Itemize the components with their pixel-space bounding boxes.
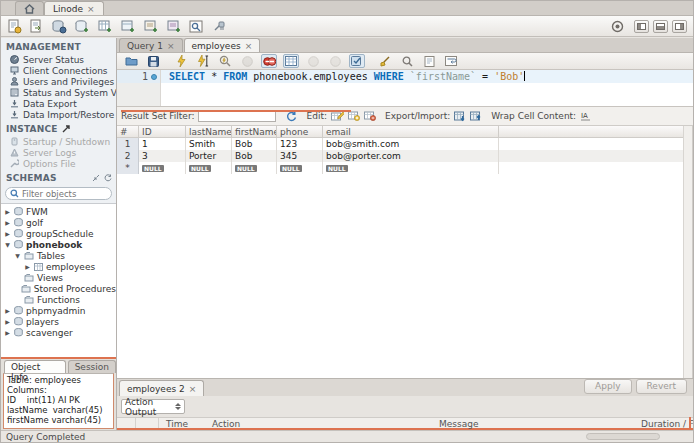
table-row[interactable]: 1 1 Smith Bob 123 bob@smith.com — [117, 138, 692, 150]
tree-node-employees[interactable]: ▶employees — [1, 261, 116, 272]
schema-node-phpmyadmin[interactable]: ▶phpmyadmin — [1, 305, 116, 316]
schema-filter[interactable] — [5, 187, 112, 200]
table-row-new[interactable]: * NULL NULL NULL NULL NULL — [117, 162, 692, 174]
insert-record-icon[interactable] — [348, 111, 360, 121]
null-badge: NULL — [235, 165, 257, 172]
toggle-left-sidebar-button[interactable] — [634, 20, 649, 33]
limit-rows-icon[interactable] — [283, 54, 299, 68]
create-procedure-icon[interactable] — [143, 19, 159, 34]
expand-schemas-icon[interactable] — [92, 174, 100, 182]
output-column-time[interactable]: Time — [166, 419, 188, 429]
schema-node-fwm[interactable]: ▶FWM — [1, 206, 116, 217]
vertical-scrollbar[interactable] — [683, 126, 692, 378]
column-header-phone[interactable]: phone — [277, 126, 323, 138]
close-icon[interactable]: × — [167, 41, 175, 51]
connection-tab-linode[interactable]: Linode × — [44, 1, 104, 15]
sidebar-item-status-system-variables[interactable]: Status and System Variable — [1, 87, 116, 98]
tab-query-1[interactable]: Query 1 × — [119, 38, 183, 52]
schema-node-golf[interactable]: ▶golf — [1, 217, 116, 228]
output-type-select[interactable]: Action Output — [121, 399, 185, 414]
output-selector-bar: Action Output — [117, 396, 693, 417]
sidebar-item-users-privileges[interactable]: Users and Privileges — [1, 76, 116, 87]
execute-current-icon[interactable] — [195, 54, 211, 68]
column-header-email[interactable]: email — [323, 126, 499, 138]
schema-node-scavenger[interactable]: ▶scavenger — [1, 327, 116, 338]
open-sql-script-icon[interactable] — [29, 19, 44, 34]
autocommit-icon[interactable] — [349, 54, 365, 68]
create-view-icon[interactable] — [120, 19, 136, 34]
tab-object-info[interactable]: Object Info — [4, 360, 66, 373]
wrap-cell-icon[interactable]: IA — [580, 111, 592, 121]
tree-node-functions[interactable]: Functions — [1, 294, 116, 305]
commit-icon[interactable] — [305, 54, 321, 68]
schema-icon — [14, 306, 23, 315]
sidebar-item-server-logs[interactable]: Server Logs — [1, 147, 116, 158]
preferences-icon[interactable] — [611, 20, 624, 33]
schemas-section-title: SCHEMAS — [1, 169, 116, 185]
rollback-icon[interactable] — [327, 54, 343, 68]
instance-actions-icon[interactable] — [62, 125, 70, 133]
column-header-lastname[interactable]: lastName — [186, 126, 232, 138]
refresh-schemas-icon[interactable] — [104, 174, 112, 182]
sidebar-item-server-status[interactable]: Server Status — [1, 54, 116, 65]
close-icon[interactable]: × — [189, 384, 197, 394]
output-header-resize-handle[interactable] — [689, 417, 691, 430]
output-column-action[interactable]: Action — [212, 419, 240, 429]
apply-button[interactable]: Apply — [584, 379, 631, 394]
schema-filter-input[interactable] — [22, 189, 102, 199]
tree-node-stored-procedures[interactable]: Stored Procedures — [1, 283, 116, 294]
wrap-text-icon[interactable] — [443, 54, 459, 68]
connection-tab-bar: Linode × — [1, 1, 693, 16]
create-schema-icon[interactable] — [74, 19, 90, 34]
new-sql-tab-icon[interactable] — [7, 19, 22, 34]
import-icon[interactable] — [470, 111, 482, 122]
tree-node-tables[interactable]: ▼Tables — [1, 250, 116, 261]
sidebar-item-data-import[interactable]: Data Import/Restore — [1, 109, 116, 120]
search-data-icon[interactable] — [189, 19, 205, 34]
create-function-icon[interactable] — [166, 19, 182, 34]
schema-node-phonebook[interactable]: ▼phonebook — [1, 239, 116, 250]
stop-icon[interactable] — [239, 54, 255, 68]
close-icon[interactable]: × — [245, 41, 253, 51]
column-header-firstname[interactable]: firstName — [232, 126, 277, 138]
tab-session[interactable]: Session — [68, 360, 116, 373]
toggle-bottom-panel-button[interactable] — [653, 20, 668, 33]
schema-node-groupschedule[interactable]: ▶groupSchedule — [1, 228, 116, 239]
sidebar-item-client-connections[interactable]: Client Connections — [1, 65, 116, 76]
open-file-icon[interactable] — [123, 54, 139, 68]
beautify-icon[interactable] — [377, 54, 393, 68]
sidebar-item-options-file[interactable]: Options File — [1, 158, 116, 169]
execute-icon[interactable] — [173, 54, 189, 68]
schema-icon — [14, 317, 23, 326]
export-icon[interactable] — [454, 111, 466, 122]
sql-code-editor[interactable]: 1 SELECT * FROM phonebook.employees WHER… — [117, 70, 693, 107]
delete-record-icon[interactable] — [364, 111, 376, 121]
reconnect-icon[interactable] — [212, 19, 227, 34]
save-icon[interactable] — [145, 54, 161, 68]
invisible-characters-icon[interactable] — [421, 54, 437, 68]
home-tab[interactable] — [15, 1, 44, 15]
create-table-icon[interactable] — [97, 19, 113, 34]
find-icon[interactable] — [399, 54, 415, 68]
refresh-icon[interactable] — [286, 111, 297, 122]
column-header-id[interactable]: ID — [139, 126, 186, 138]
inspector-icon[interactable] — [51, 19, 67, 34]
toggle-right-sidebar-button[interactable] — [672, 20, 687, 33]
sidebar-item-data-export[interactable]: Data Export — [1, 98, 116, 109]
tab-employees-2[interactable]: employees 2 × — [119, 380, 204, 396]
output-column-duration[interactable]: Duration / Fetch — [641, 419, 693, 429]
edit-record-icon[interactable] — [331, 111, 344, 121]
status-progress-indicator — [586, 433, 660, 440]
close-icon[interactable]: × — [87, 4, 95, 14]
editor-splitter-handle[interactable] — [121, 110, 351, 112]
tab-employees[interactable]: employees × — [184, 38, 261, 52]
explain-icon[interactable] — [217, 54, 233, 68]
sidebar-item-startup-shutdown[interactable]: Startup / Shutdown — [1, 136, 116, 147]
schema-node-players[interactable]: ▶players — [1, 316, 116, 327]
tree-node-views[interactable]: Views — [1, 272, 116, 283]
column-header-rownum[interactable]: # — [117, 126, 139, 138]
table-row[interactable]: 2 3 Porter Bob 345 bob@porter.com — [117, 150, 692, 162]
revert-button[interactable]: Revert — [636, 379, 687, 394]
output-column-message[interactable]: Message — [439, 419, 478, 429]
stop-on-error-toggle-icon[interactable] — [261, 54, 277, 68]
